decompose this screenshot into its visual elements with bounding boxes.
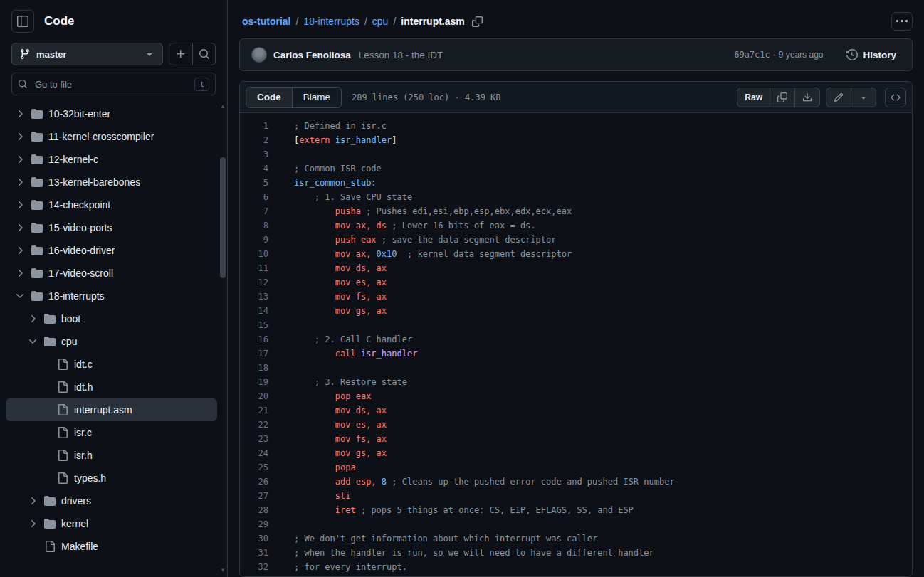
go-to-file-input[interactable] bbox=[33, 78, 189, 90]
line-number[interactable]: 5 bbox=[240, 176, 284, 190]
chevron-right-icon[interactable] bbox=[14, 154, 26, 165]
tree-file-idt.h[interactable]: idt.h bbox=[6, 376, 217, 398]
line-number[interactable]: 25 bbox=[240, 460, 284, 475]
copy-path-button[interactable] bbox=[471, 15, 484, 28]
edit-file-button[interactable] bbox=[826, 88, 851, 107]
line-number[interactable]: 21 bbox=[240, 403, 284, 418]
tree-file-Makefile[interactable]: Makefile bbox=[6, 535, 217, 558]
tree-dir-14-checkpoint[interactable]: 14-checkpoint bbox=[6, 194, 217, 216]
chevron-right-icon[interactable] bbox=[27, 518, 38, 529]
line-content: popa bbox=[284, 460, 356, 475]
search-tree-button[interactable] bbox=[192, 43, 215, 65]
avatar[interactable] bbox=[251, 47, 267, 63]
sidebar-scrollbar[interactable]: ▲ ▼ bbox=[219, 103, 227, 574]
chevron-right-icon[interactable] bbox=[27, 313, 38, 324]
chevron-right-icon[interactable] bbox=[14, 222, 26, 233]
tree-dir-15-video-ports[interactable]: 15-video-ports bbox=[6, 216, 217, 239]
line-number[interactable]: 9 bbox=[240, 233, 284, 247]
collapse-sidebar-button[interactable] bbox=[11, 10, 34, 33]
line-number[interactable]: 12 bbox=[240, 275, 284, 290]
line-number[interactable]: 16 bbox=[240, 332, 284, 346]
line-number[interactable]: 1 bbox=[240, 119, 284, 133]
tab-blame[interactable]: Blame bbox=[292, 88, 341, 107]
line-number[interactable]: 17 bbox=[240, 346, 284, 361]
tree-dir-cpu[interactable]: cpu bbox=[6, 330, 217, 353]
edit-dropdown-button[interactable] bbox=[851, 88, 876, 107]
tree-dir-13-kernel-barebones[interactable]: 13-kernel-barebones bbox=[6, 171, 217, 194]
code-line: 22 mov es, ax bbox=[240, 418, 912, 432]
line-number[interactable]: 27 bbox=[240, 489, 284, 503]
line-number[interactable]: 23 bbox=[240, 432, 284, 446]
line-number[interactable]: 11 bbox=[240, 261, 284, 275]
chevron-right-icon[interactable] bbox=[14, 245, 26, 256]
breadcrumb-repo-link[interactable]: os-tutorial bbox=[242, 16, 290, 27]
line-number[interactable]: 4 bbox=[240, 162, 284, 176]
line-number[interactable]: 15 bbox=[240, 318, 284, 332]
copy-raw-button[interactable] bbox=[770, 88, 794, 107]
line-number[interactable]: 19 bbox=[240, 375, 284, 389]
line-number[interactable]: 32 bbox=[240, 560, 284, 574]
tree-dir-16-video-driver[interactable]: 16-video-driver bbox=[6, 239, 217, 262]
tree-dir-12-kernel-c[interactable]: 12-kernel-c bbox=[6, 148, 217, 171]
chevron-right-icon[interactable] bbox=[27, 495, 38, 507]
branch-selector[interactable]: master bbox=[11, 43, 163, 65]
line-number[interactable]: 24 bbox=[240, 446, 284, 460]
chevron-right-icon[interactable] bbox=[14, 176, 26, 188]
line-number[interactable]: 22 bbox=[240, 418, 284, 432]
commit-author[interactable]: Carlos Fenollosa bbox=[273, 50, 351, 60]
commit-message[interactable]: Lesson 18 - the IDT bbox=[359, 50, 443, 60]
line-content: ; We don't get information about which i… bbox=[284, 531, 597, 546]
go-to-file-box[interactable]: t bbox=[11, 73, 216, 95]
download-raw-button[interactable] bbox=[794, 88, 819, 107]
line-number[interactable]: 20 bbox=[240, 389, 284, 403]
line-number[interactable]: 3 bbox=[240, 147, 284, 162]
line-number[interactable]: 28 bbox=[240, 503, 284, 517]
chevron-right-icon[interactable] bbox=[14, 131, 26, 142]
line-number[interactable]: 26 bbox=[240, 475, 284, 489]
tree-file-isr.h[interactable]: isr.h bbox=[6, 444, 217, 467]
chevron-right-icon[interactable] bbox=[14, 268, 26, 279]
symbols-panel-button[interactable] bbox=[885, 88, 906, 107]
tree-dir-10-32bit-enter[interactable]: 10-32bit-enter bbox=[6, 102, 217, 125]
line-number[interactable]: 6 bbox=[240, 190, 284, 204]
breadcrumb-dir-link[interactable]: 18-interrupts bbox=[303, 16, 359, 27]
scroll-down-arrow-icon[interactable]: ▼ bbox=[220, 567, 226, 574]
scroll-up-arrow-icon[interactable]: ▲ bbox=[220, 103, 226, 110]
line-number[interactable]: 13 bbox=[240, 290, 284, 304]
line-number[interactable]: 14 bbox=[240, 304, 284, 318]
tree-dir-17-video-scroll[interactable]: 17-video-scroll bbox=[6, 262, 217, 285]
raw-button[interactable]: Raw bbox=[737, 88, 770, 107]
line-number[interactable]: 10 bbox=[240, 247, 284, 261]
main-content: os-tutorial / 18-interrupts / cpu / inte… bbox=[228, 0, 924, 577]
line-number[interactable]: 30 bbox=[240, 531, 284, 546]
chevron-right-icon[interactable] bbox=[14, 108, 26, 120]
tree-dir-11-kernel-crosscompiler[interactable]: 11-kernel-crosscompiler bbox=[6, 125, 217, 148]
breadcrumb-dir-link[interactable]: cpu bbox=[372, 16, 389, 27]
new-file-button[interactable] bbox=[169, 43, 192, 65]
breadcrumb: os-tutorial / 18-interrupts / cpu / inte… bbox=[242, 16, 465, 27]
tree-file-idt.c[interactable]: idt.c bbox=[6, 353, 217, 376]
tree-dir-boot[interactable]: boot bbox=[6, 307, 217, 330]
more-options-button[interactable] bbox=[891, 12, 913, 31]
line-number[interactable]: 7 bbox=[240, 204, 284, 218]
tab-code[interactable]: Code bbox=[246, 88, 292, 107]
chevron-right-icon[interactable] bbox=[14, 199, 26, 211]
tree-dir-drivers[interactable]: drivers bbox=[6, 489, 217, 512]
line-number[interactable]: 18 bbox=[240, 361, 284, 375]
commit-sha[interactable]: 69a7c1c bbox=[734, 50, 770, 60]
tree-file-types.h[interactable]: types.h bbox=[6, 467, 217, 489]
tree-dir-kernel[interactable]: kernel bbox=[6, 512, 217, 535]
chevron-down-icon[interactable] bbox=[27, 336, 38, 347]
line-number[interactable]: 31 bbox=[240, 546, 284, 560]
tree-file-isr.c[interactable]: isr.c bbox=[6, 421, 217, 444]
line-number[interactable]: 8 bbox=[240, 218, 284, 233]
folder-icon bbox=[44, 518, 56, 529]
folder-icon bbox=[31, 222, 43, 233]
line-number[interactable]: 29 bbox=[240, 517, 284, 531]
tree-file-interrupt.asm[interactable]: interrupt.asm bbox=[6, 398, 217, 421]
scrollbar-thumb[interactable] bbox=[220, 157, 226, 278]
tree-dir-18-interrupts[interactable]: 18-interrupts bbox=[6, 285, 217, 307]
chevron-down-icon[interactable] bbox=[14, 290, 26, 302]
line-number[interactable]: 2 bbox=[240, 133, 284, 147]
history-button[interactable]: History bbox=[842, 48, 901, 61]
